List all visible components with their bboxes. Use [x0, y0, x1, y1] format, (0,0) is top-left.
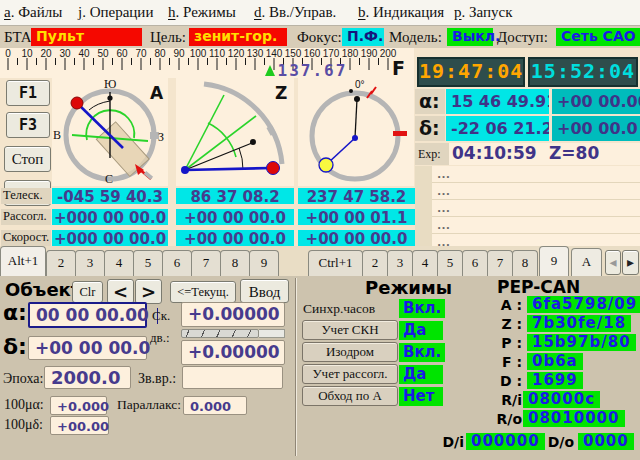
- tab-a[interactable]: A: [571, 248, 602, 276]
- skn-account-button[interactable]: Учет СКН: [302, 320, 398, 340]
- message-row: …: [415, 183, 640, 200]
- tab-alt-8[interactable]: 8: [220, 250, 250, 276]
- epoch-label: Эпоха:: [3, 371, 43, 387]
- isodrome-button[interactable]: Изодром: [302, 342, 398, 362]
- menu-indication[interactable]: b. Индикация: [358, 4, 444, 21]
- object-delta-text: +00 00 00.0: [35, 338, 150, 358]
- azimuth-dial: Ю В З С A: [52, 78, 168, 186]
- vertical-divider: [295, 278, 297, 456]
- delta-coord-value: -22 06 21.2: [446, 116, 549, 141]
- exposure-label: Exp:: [415, 143, 449, 165]
- tab-alt-5[interactable]: 5: [133, 250, 163, 276]
- prev-object-button[interactable]: <: [107, 279, 134, 304]
- pepcan-f-label: F :: [486, 354, 522, 370]
- compass-south-label: Ю: [104, 77, 116, 92]
- tab-ctrl-4[interactable]: 4: [412, 250, 438, 276]
- parallax-input[interactable]: 0.000: [183, 396, 247, 415]
- tab-alt-4[interactable]: 4: [104, 250, 134, 276]
- pepcan-title: PEP-CAN: [497, 277, 580, 297]
- tab-alt-1[interactable]: Alt+1: [0, 246, 46, 276]
- clear-button[interactable]: Clr: [72, 281, 103, 303]
- menu-launch[interactable]: p. Запуск: [454, 4, 512, 21]
- pepcan-d-value: 1699: [527, 372, 583, 389]
- epoch-input[interactable]: 2000.0: [44, 366, 131, 389]
- f1-button[interactable]: F1: [6, 80, 50, 106]
- modes-title: Режимы: [365, 277, 452, 298]
- exposure-value: 04:10:59: [452, 143, 537, 163]
- pepcan-d-label: D :: [486, 373, 522, 389]
- tab-ctrl-9[interactable]: 9: [539, 246, 569, 276]
- tab-ctrl-1[interactable]: Ctrl+1: [308, 250, 363, 276]
- message-row: …: [415, 166, 640, 183]
- tab-ctrl-6[interactable]: 6: [462, 250, 488, 276]
- delta-coord-label: δ:: [415, 116, 445, 141]
- menu-modes[interactable]: h. Режимы: [168, 4, 236, 21]
- bypass-a-value: Нет: [399, 387, 443, 406]
- rotation-dial: 0°: [298, 78, 414, 186]
- ruler-position-marker-icon: [265, 65, 275, 76]
- object-alpha-input[interactable]: 00 00 00.00: [28, 302, 147, 328]
- telescope-a-value: -045 59 40.3: [52, 188, 168, 204]
- mu-alpha-text: +0.000: [57, 399, 109, 414]
- mu-delta-input[interactable]: +00.00: [50, 416, 109, 435]
- telescope-row-label: Телеск.: [1, 188, 51, 204]
- tab-alt-2[interactable]: 2: [46, 250, 76, 276]
- pepcan-p-value: 15b97b/80: [527, 334, 636, 351]
- menu-io-control[interactable]: d. Вв./Управ.: [254, 4, 336, 21]
- message-row: …: [415, 200, 640, 217]
- clock-sync-label: Синхр.часов: [303, 301, 375, 317]
- tab-ctrl-2[interactable]: 2: [362, 250, 388, 276]
- mu-delta-text: +00.00: [57, 419, 109, 434]
- bta-state-indicator: Пульт: [31, 28, 142, 46]
- enter-button[interactable]: Ввод: [240, 279, 289, 303]
- model-indicator: Выкл.: [447, 28, 493, 46]
- sidereal-input[interactable]: [182, 366, 283, 389]
- model-label: Модель:: [389, 29, 442, 46]
- menu-operations[interactable]: j. Операции: [78, 4, 153, 21]
- access-label: Доступ:: [497, 29, 548, 46]
- telescope-p-value: 237 47 58.2: [298, 188, 415, 204]
- speed-slider-grip[interactable]: [181, 329, 259, 338]
- object-delta-label: δ:: [3, 334, 27, 359]
- speed-a-value: +000 00 00.0: [52, 230, 168, 246]
- tab-ctrl-7[interactable]: 7: [487, 250, 513, 276]
- bypass-a-button[interactable]: Обход по А: [302, 386, 398, 406]
- alpha-coord-value: 15 46 49.91: [446, 89, 549, 114]
- next-object-button[interactable]: >: [135, 279, 162, 304]
- tab-scroll-right-icon[interactable]: ▸: [622, 250, 639, 275]
- speed-slider-track[interactable]: [259, 329, 285, 338]
- zenith-dial: Z: [176, 78, 294, 186]
- pepcan-z-value: 7b30fe/18: [527, 315, 631, 332]
- mismatch-account-button[interactable]: Учет рассогл.: [302, 364, 398, 384]
- mismatch-account-value: Да: [399, 365, 443, 384]
- compass-west-label: З: [158, 130, 164, 145]
- object-speed1-input[interactable]: +0.00000: [181, 302, 285, 327]
- copy-current-button[interactable]: <=Текущ.: [170, 281, 236, 303]
- mu-alpha-input[interactable]: +0.000: [50, 396, 107, 415]
- tab-alt-9[interactable]: 9: [249, 250, 279, 276]
- clock-sync-value: Вкл.: [399, 299, 445, 318]
- tab-scroll-left-icon[interactable]: ◂: [605, 250, 621, 275]
- tab-ctrl-5[interactable]: 5: [437, 250, 463, 276]
- f3-button[interactable]: F3: [6, 112, 50, 138]
- pepcan-ro-value: 08010000: [523, 410, 625, 427]
- focus-indicator: П.Ф.: [342, 28, 384, 46]
- target-indicator: зенит-гор.: [189, 28, 287, 46]
- menu-bar: a. Файлы j. Операции h. Режимы d. Вв./Уп…: [0, 0, 640, 26]
- tab-ctrl-3[interactable]: 3: [387, 250, 413, 276]
- object-delta-input[interactable]: +00 00 00.0: [28, 336, 147, 360]
- pepcan-ri-label: R/i: [486, 392, 522, 408]
- axis-letter-f: F: [392, 57, 405, 79]
- mu-delta-label: 100μδ:: [4, 417, 43, 433]
- tab-alt-7[interactable]: 7: [191, 250, 221, 276]
- dial-a-label: A: [150, 83, 163, 103]
- object-speed2-input[interactable]: +0.00000: [181, 340, 285, 365]
- tab-ctrl-8[interactable]: 8: [512, 250, 538, 276]
- tab-alt-3[interactable]: 3: [75, 250, 105, 276]
- rotation-dial-graphic: [298, 78, 414, 186]
- menu-files[interactable]: a. Файлы: [4, 4, 62, 21]
- mu-alpha-label: 100μα:: [4, 397, 44, 413]
- stop-button[interactable]: Стоп: [4, 146, 51, 172]
- pepcan-di-value: 000000: [466, 433, 545, 450]
- tab-alt-6[interactable]: 6: [162, 250, 192, 276]
